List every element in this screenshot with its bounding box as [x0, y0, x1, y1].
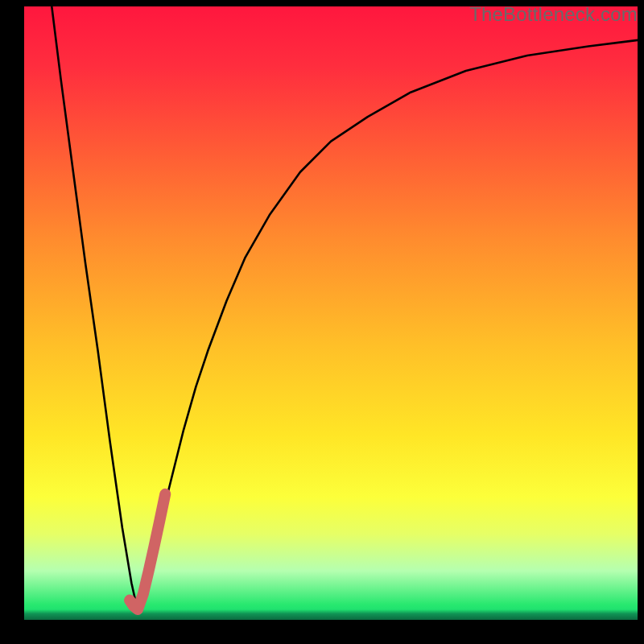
marker-hook — [130, 494, 165, 609]
curves-svg — [24, 6, 638, 620]
right-branch-curve — [138, 40, 638, 611]
chart-frame: TheBottleneck.com — [0, 0, 644, 644]
left-branch-curve — [52, 6, 138, 611]
watermark-text: TheBottleneck.com — [469, 3, 638, 26]
plot-area — [24, 6, 638, 620]
